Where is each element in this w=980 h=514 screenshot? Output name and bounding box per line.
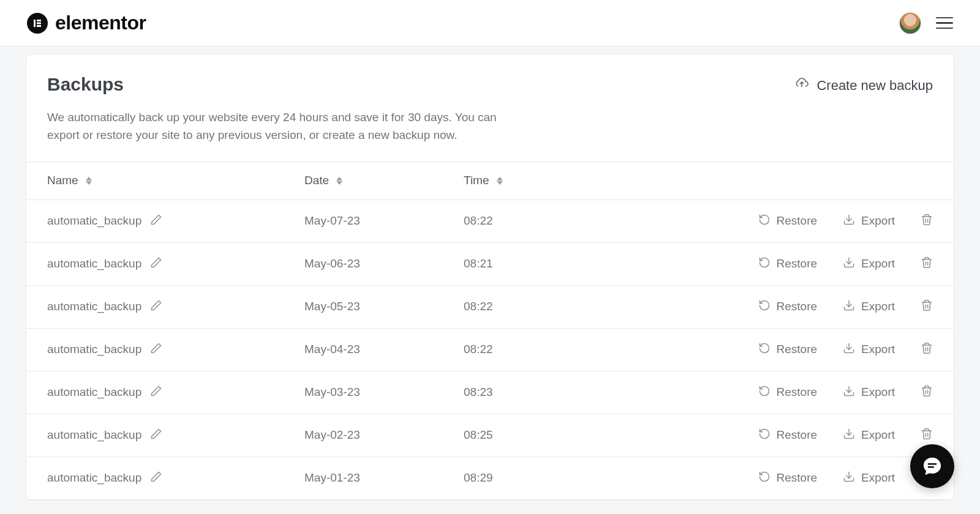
pencil-icon[interactable] <box>150 214 162 229</box>
column-name-label: Name <box>47 174 78 187</box>
restore-icon <box>758 342 771 357</box>
restore-icon <box>758 471 771 486</box>
trash-icon <box>921 216 933 229</box>
svg-rect-1 <box>37 20 41 21</box>
restore-button[interactable]: Restore <box>758 342 818 357</box>
user-avatar[interactable] <box>899 12 921 34</box>
row-actions: RestoreExport <box>758 256 933 272</box>
date-cell: May-01-23 <box>304 471 464 485</box>
restore-icon <box>758 428 771 443</box>
export-button[interactable]: Export <box>843 256 895 272</box>
header-text-block: Backups We automatically back up your we… <box>47 74 525 144</box>
chat-icon <box>922 456 943 477</box>
name-cell: automatic_backup <box>47 214 304 229</box>
backup-name: automatic_backup <box>47 214 141 228</box>
export-label: Export <box>861 300 895 313</box>
backup-name: automatic_backup <box>47 386 141 399</box>
row-actions: RestoreExport <box>758 470 933 486</box>
pencil-icon[interactable] <box>150 471 162 486</box>
column-time-label: Time <box>464 174 489 187</box>
export-button[interactable]: Export <box>843 471 895 486</box>
pencil-icon[interactable] <box>150 256 162 272</box>
backup-name: automatic_backup <box>47 343 141 356</box>
chat-fab[interactable] <box>910 444 954 488</box>
download-icon <box>843 256 855 272</box>
restore-label: Restore <box>777 386 818 399</box>
delete-button[interactable] <box>921 299 933 315</box>
trash-icon <box>921 302 933 315</box>
column-date-label: Date <box>304 174 329 187</box>
restore-button[interactable]: Restore <box>758 385 818 400</box>
restore-label: Restore <box>777 428 818 442</box>
row-actions: RestoreExport <box>758 384 933 401</box>
pencil-icon[interactable] <box>150 299 162 315</box>
export-label: Export <box>861 257 895 270</box>
table-body: automatic_backupMay-07-2308:22RestoreExp… <box>26 200 954 500</box>
backup-name: automatic_backup <box>47 257 141 270</box>
export-button[interactable]: Export <box>843 342 895 357</box>
cloud-upload-icon <box>794 78 809 94</box>
download-icon <box>843 214 855 229</box>
restore-button[interactable]: Restore <box>758 428 818 443</box>
time-cell: 08:22 <box>464 214 758 228</box>
svg-rect-2 <box>37 22 41 24</box>
restore-button[interactable]: Restore <box>758 214 818 229</box>
export-label: Export <box>861 471 895 485</box>
export-button[interactable]: Export <box>843 214 895 229</box>
brand-logo[interactable]: elementor <box>27 12 146 34</box>
brand-name: elementor <box>55 12 146 34</box>
date-cell: May-03-23 <box>304 386 464 399</box>
name-cell: automatic_backup <box>47 342 304 357</box>
download-icon <box>843 385 855 400</box>
pencil-icon[interactable] <box>150 342 162 357</box>
name-cell: automatic_backup <box>47 256 304 272</box>
column-header-time[interactable]: Time <box>464 174 933 187</box>
delete-button[interactable] <box>921 256 933 272</box>
date-cell: May-05-23 <box>304 300 464 313</box>
svg-rect-11 <box>928 463 937 465</box>
table-row: automatic_backupMay-04-2308:22RestoreExp… <box>26 329 954 371</box>
top-bar: elementor <box>0 0 980 47</box>
time-cell: 08:22 <box>464 343 758 356</box>
column-header-name[interactable]: Name <box>47 174 304 187</box>
export-button[interactable]: Export <box>843 299 895 315</box>
hamburger-menu-icon[interactable] <box>936 17 953 29</box>
delete-button[interactable] <box>921 384 933 401</box>
export-label: Export <box>861 428 895 442</box>
export-button[interactable]: Export <box>843 385 895 400</box>
delete-button[interactable] <box>921 341 933 358</box>
create-backup-button[interactable]: Create new backup <box>794 74 933 94</box>
row-actions: RestoreExport <box>758 341 933 358</box>
trash-icon <box>921 345 933 357</box>
card-header: Backups We automatically back up your we… <box>26 54 954 162</box>
restore-button[interactable]: Restore <box>758 471 818 486</box>
sort-icon <box>497 177 503 185</box>
restore-button[interactable]: Restore <box>758 256 818 272</box>
backup-name: automatic_backup <box>47 471 141 485</box>
table-row: automatic_backupMay-02-2308:25RestoreExp… <box>26 414 954 457</box>
row-actions: RestoreExport <box>758 427 933 444</box>
trash-icon <box>921 387 933 400</box>
time-cell: 08:22 <box>464 300 758 313</box>
export-button[interactable]: Export <box>843 428 895 443</box>
backup-name: automatic_backup <box>47 428 141 442</box>
column-header-date[interactable]: Date <box>304 174 464 187</box>
trash-icon <box>921 430 933 443</box>
date-cell: May-04-23 <box>304 343 464 356</box>
table-row: automatic_backupMay-05-2308:22RestoreExp… <box>26 286 954 329</box>
name-cell: automatic_backup <box>47 428 304 443</box>
date-cell: May-06-23 <box>304 257 464 270</box>
backups-card: Backups We automatically back up your we… <box>26 54 954 501</box>
pencil-icon[interactable] <box>150 428 162 443</box>
table-row: automatic_backupMay-06-2308:21RestoreExp… <box>26 243 954 286</box>
restore-button[interactable]: Restore <box>758 299 818 315</box>
restore-label: Restore <box>777 214 818 228</box>
page-title: Backups <box>47 74 525 95</box>
elementor-logo-icon <box>27 13 48 34</box>
delete-button[interactable] <box>921 213 933 229</box>
pencil-icon[interactable] <box>150 385 162 400</box>
export-label: Export <box>861 343 895 356</box>
name-cell: automatic_backup <box>47 471 304 486</box>
delete-button[interactable] <box>921 427 933 444</box>
restore-icon <box>758 214 771 229</box>
